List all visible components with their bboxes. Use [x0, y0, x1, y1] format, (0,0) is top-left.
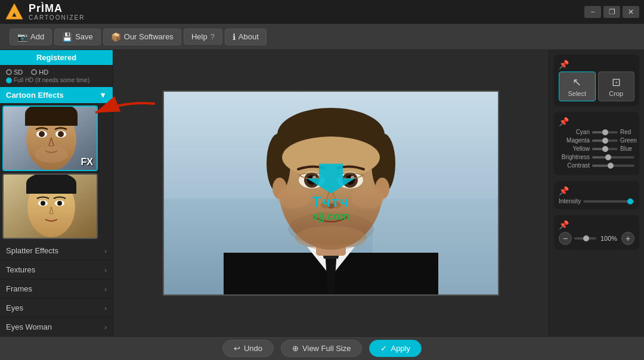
zoom-slider[interactable] [574, 237, 596, 240]
about-button[interactable]: ℹ About [225, 29, 267, 45]
sd-option[interactable]: SD [6, 69, 23, 76]
crop-tool-button[interactable]: ⊡ Crop [598, 72, 635, 101]
red-label: Red [620, 129, 634, 135]
svg-point-49 [351, 187, 385, 209]
view-full-size-button[interactable]: ⊕ View Full Size [281, 340, 362, 357]
logo-icon: ▲ [5, 2, 24, 21]
apply-button[interactable]: ✓ Apply [369, 340, 422, 357]
portrait-canvas: Тчтч xjj.com [164, 92, 498, 294]
svg-point-7 [39, 131, 45, 137]
pin-icon-3: 📌 [559, 186, 634, 195]
hd-option[interactable]: HD [31, 69, 48, 76]
cyan-label: Cyan [559, 129, 590, 135]
contrast-row: Contrast [559, 162, 634, 169]
crop-icon: ⊡ [612, 76, 621, 89]
brightness-label: Brightness [559, 154, 590, 160]
minimize-button[interactable]: − [584, 6, 601, 18]
zoom-row: − 100% + [559, 232, 634, 245]
zoom-out-button[interactable]: − [559, 232, 572, 245]
intensity-row: Intensity [559, 198, 634, 204]
svg-point-34 [282, 136, 380, 178]
undo-icon: ↩ [234, 344, 240, 353]
intensity-section: 📌 Intensity [554, 181, 639, 209]
svg-text:▲: ▲ [11, 10, 18, 18]
chevron-icon: › [104, 305, 107, 312]
cyan-slider[interactable] [592, 131, 618, 134]
effect-item-splatter[interactable]: Splatter Effects › [0, 241, 113, 260]
contrast-label: Contrast [559, 162, 590, 169]
svg-point-47 [327, 204, 335, 209]
svg-point-18 [57, 201, 62, 206]
our-softwares-button[interactable]: 📦 Our Softwares [103, 29, 181, 45]
effects-list: Splatter Effects › Textures › Frames › E… [0, 241, 113, 336]
svg-rect-14 [26, 183, 76, 194]
zoom-percent: 100% [599, 235, 619, 242]
pin-icon: 📌 [559, 60, 634, 69]
fx-label: FX [81, 157, 93, 167]
main-area: Registered SD HD Full HD (It needs some … [0, 50, 644, 336]
fullhd-radio [6, 77, 12, 83]
effect-item-eyes[interactable]: Eyes › [0, 299, 113, 318]
cyan-red-row: Cyan Red [559, 129, 634, 135]
toolbar: 📷 Add 💾 Save 📦 Our Softwares Help ? ℹ Ab… [0, 24, 644, 50]
zoom-in-button[interactable]: + [621, 232, 634, 245]
app-title-block: PrÌMA CARTOONIZER [29, 3, 85, 21]
brightness-row: Brightness [559, 154, 634, 160]
softwares-icon: 📦 [111, 32, 121, 42]
right-panel: 📌 ↖ Select ⊡ Crop 📌 Cyan [549, 50, 644, 336]
svg-point-10 [35, 146, 68, 163]
effects-dropdown-icon: ▼ [99, 91, 107, 100]
view-icon: ⊕ [292, 344, 299, 353]
intensity-label: Intensity [559, 198, 581, 204]
add-icon: 📷 [17, 32, 27, 42]
close-button[interactable]: ✕ [623, 6, 639, 18]
tool-buttons: ↖ Select ⊡ Crop [559, 72, 634, 101]
save-button[interactable]: 💾 Save [54, 29, 101, 45]
pin-icon-2: 📌 [559, 117, 634, 126]
yellow-blue-row: Yellow Blue [559, 145, 634, 152]
magenta-label: Magenta [559, 137, 590, 144]
help-button[interactable]: Help ? [184, 29, 222, 45]
image-container: Тчтч xjj.com [163, 91, 499, 296]
select-icon: ↖ [572, 76, 581, 89]
logo-area: ▲ PrÌMA CARTOONIZER [5, 2, 85, 21]
undo-button[interactable]: ↩ Undo [222, 340, 274, 357]
fullhd-option[interactable]: Full HD (It needs some time) [6, 77, 107, 83]
effect-thumb-2[interactable] [2, 173, 98, 239]
yellow-slider[interactable] [592, 148, 618, 150]
effect-item-frames[interactable]: Frames › [0, 280, 113, 299]
chevron-icon: › [104, 266, 107, 274]
tool-section: 📌 ↖ Select ⊡ Crop [554, 55, 639, 106]
contrast-slider[interactable] [592, 165, 634, 167]
green-label: Green [620, 137, 634, 144]
intensity-slider[interactable] [583, 200, 634, 203]
effect-thumb-1[interactable]: FX [2, 105, 98, 171]
svg-rect-5 [25, 114, 78, 126]
color-section: 📌 Cyan Red Magenta Green [554, 112, 639, 175]
quality-options: SD HD Full HD (It needs some time) [0, 65, 113, 87]
pin-icon-4: 📌 [559, 220, 634, 229]
quality-row-top: SD HD [6, 69, 107, 76]
restore-button[interactable]: ❐ [603, 6, 620, 18]
save-icon: 💾 [62, 32, 72, 42]
zoom-section: 📌 − 100% + [554, 215, 639, 250]
about-icon: ℹ [233, 32, 236, 42]
thumb-face-2 [4, 175, 97, 238]
window-controls: − ❐ ✕ [584, 6, 639, 18]
add-button[interactable]: 📷 Add [10, 29, 52, 45]
effect-item-textures[interactable]: Textures › [0, 260, 113, 280]
select-tool-button[interactable]: ↖ Select [559, 72, 596, 101]
app-title: PrÌMA [29, 3, 85, 15]
effect-item-eyes-woman[interactable]: Eyes Woman › [0, 318, 113, 336]
chevron-icon: › [104, 247, 107, 255]
brightness-slider[interactable] [592, 156, 634, 159]
magenta-slider[interactable] [592, 139, 618, 142]
svg-point-48 [277, 187, 311, 209]
sd-radio [6, 69, 12, 75]
hd-radio [31, 69, 37, 75]
registered-badge: Registered [0, 50, 113, 65]
svg-point-9 [58, 131, 64, 137]
portrait-svg [164, 92, 498, 294]
blue-label: Blue [620, 145, 634, 152]
sidebar: Registered SD HD Full HD (It needs some … [0, 50, 113, 336]
